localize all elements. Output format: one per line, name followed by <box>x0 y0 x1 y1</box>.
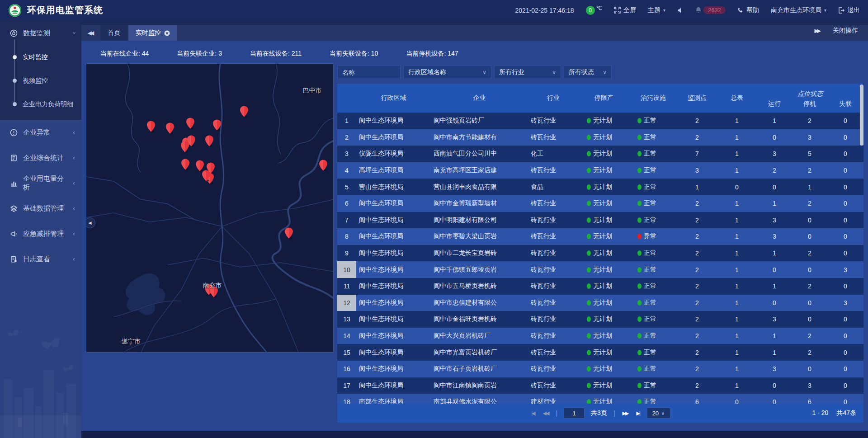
temperature-indicator: 0 ℃ <box>586 6 602 15</box>
cell-production-status: 无计划 <box>579 377 629 394</box>
cell-industry: 砖瓦行业 <box>528 228 579 245</box>
table-row[interactable]: 4高坪生态环境局南充市高坪区王家店建砖瓦行业无计划正常31220 <box>337 162 863 179</box>
tabs-scroll-left-button[interactable]: ◀◀ <box>81 25 100 41</box>
industry-filter-select[interactable]: 所有行业∨ <box>494 66 561 79</box>
logout-button[interactable]: 退出 <box>838 6 860 14</box>
cell-company: 阆中明阳建材有限公司 <box>431 212 528 229</box>
help-button[interactable]: 帮助 <box>737 6 759 14</box>
notifications-button[interactable]: 2632 <box>695 6 726 14</box>
sidebar-item-data-monitoring[interactable]: 数据监测 ‹ <box>0 20 81 46</box>
table-row[interactable]: 5营山生态环境局营山县润丰肉食品有限食品无计划正常10010 <box>337 179 863 195</box>
volume-button[interactable] <box>677 7 684 14</box>
cell-production-status: 无计划 <box>579 179 629 195</box>
fullscreen-button[interactable]: 全屏 <box>614 6 636 14</box>
close-icon[interactable] <box>164 30 170 36</box>
map-pin-icon[interactable] <box>181 159 190 170</box>
cell-lost: 0 <box>827 377 863 394</box>
cell-monitor-points: 2 <box>677 278 717 295</box>
tab-home[interactable]: 首页 <box>100 25 127 41</box>
sidebar-item-realtime-monitoring[interactable]: 实时监控 <box>0 46 81 69</box>
map-pin-icon[interactable] <box>202 170 211 182</box>
cell-production-status: 无计划 <box>579 328 629 344</box>
table-row[interactable]: 16阆中生态环境局阆中市石子页岩机砖厂砖瓦行业无计划正常21300 <box>337 361 863 377</box>
theme-dropdown[interactable]: 主题▾ <box>648 6 665 14</box>
sidebar-item-video-monitoring[interactable]: 视频监控 <box>0 69 81 93</box>
sidebar-item-enterprise-abnormal[interactable]: 企业异常 ‹ <box>0 120 81 145</box>
cell-industry: 砖瓦行业 <box>528 113 579 129</box>
sidebar-item-emergency-reduction[interactable]: 应急减排管理 ‹ <box>0 221 81 246</box>
gauge-drop-icon <box>10 29 18 37</box>
table-row[interactable]: 6阆中生态环境局阆中市金博瑞新型墙材砖瓦行业无计划正常21120 <box>337 195 863 212</box>
scrollbar-thumb[interactable] <box>860 85 863 146</box>
cell-stop: 0 <box>792 295 827 311</box>
table-scrollbar[interactable] <box>860 84 863 404</box>
tab-realtime-monitoring[interactable]: 实时监控 <box>128 25 177 41</box>
map-pin-icon[interactable] <box>212 119 222 131</box>
region-filter-select[interactable]: 行政区域名称∨ <box>403 66 491 79</box>
close-operations-button[interactable]: 关闭操作 <box>833 27 858 35</box>
map-pin-icon[interactable] <box>319 160 328 171</box>
table-row[interactable]: 17阆中生态环境局阆中市江南镇阆南页岩砖瓦行业无计划正常21030 <box>337 377 863 394</box>
first-page-button[interactable]: |◀ <box>530 410 535 416</box>
map-pin-icon[interactable] <box>240 106 249 118</box>
status-dot-icon <box>637 168 642 173</box>
table-row[interactable]: 8阆中生态环境局阆中市枣碧大梁山页岩砖瓦行业无计划异常21300 <box>337 228 863 245</box>
table-row[interactable]: 11阆中生态环境局阆中市五马桥页岩机砖砖瓦行业无计划正常21120 <box>337 278 863 295</box>
map-pin-icon[interactable] <box>165 122 175 134</box>
sidebar-item-enterprise-statistics[interactable]: 企业综合统计 ‹ <box>0 145 81 170</box>
map-pin-icon[interactable] <box>186 118 195 129</box>
chevron-down-icon: ∨ <box>552 69 556 75</box>
cell-index: 6 <box>337 195 356 212</box>
cell-run: 1 <box>757 328 792 344</box>
table-row[interactable]: 2阆中生态环境局阆中市南方节能建材有砖瓦行业无计划正常21030 <box>337 129 863 146</box>
table-row[interactable]: 13阆中生态环境局阆中市金福旺页岩机砖砖瓦行业无计划正常21300 <box>337 311 863 328</box>
map-pin-icon[interactable] <box>180 141 189 153</box>
table-row[interactable]: 15阆中生态环境局阆中市光富页岩机砖厂砖瓦行业无计划正常21120 <box>337 344 863 361</box>
table-row[interactable]: 10阆中生态环境局阆中千佛镇五郎垭页岩砖瓦行业无计划正常21003 <box>337 261 863 278</box>
cell-facility-status: 正常 <box>629 146 677 162</box>
cell-region: 南部生态环境局 <box>356 394 431 404</box>
map-panel[interactable]: 巴中市南充市遂宁市 ◀ <box>86 63 334 353</box>
cell-total-meter: 1 <box>717 377 757 394</box>
next-page-button[interactable]: ▶▶ <box>622 410 629 416</box>
tree-dot-icon <box>13 102 17 106</box>
sidebar-item-basic-data[interactable]: 基础数据管理 ‹ <box>0 196 81 221</box>
status-dot-icon <box>587 151 591 156</box>
sidebar-item-log-view[interactable]: 日志查看 ‹ <box>0 246 81 272</box>
map-pin-icon[interactable] <box>284 227 293 239</box>
name-filter-input[interactable] <box>337 66 401 79</box>
cell-facility-status: 正常 <box>629 129 677 146</box>
map-city-label: 南充市 <box>203 282 222 290</box>
cell-stop: 0 <box>792 361 827 377</box>
table-row[interactable]: 12阆中生态环境局阆中市忠信建材有限公砖瓦行业无计划正常21003 <box>337 295 863 311</box>
table-row[interactable]: 7阆中生态环境局阆中明阳建材有限公司砖瓦行业无计划正常21300 <box>337 212 863 229</box>
prev-page-button[interactable]: ◀◀ <box>542 410 550 416</box>
cell-region: 阆中生态环境局 <box>356 261 431 278</box>
map-pin-icon[interactable] <box>205 135 214 147</box>
col-industry: 行业 <box>528 84 579 113</box>
table-row[interactable]: 3仪陇生态环境局西南油气田分公司川中化工无计划正常71350 <box>337 146 863 162</box>
table-row[interactable]: 1阆中生态环境局阆中强锐页岩砖厂砖瓦行业无计划正常21120 <box>337 113 863 129</box>
cell-region: 仪陇生态环境局 <box>356 146 431 162</box>
map-pin-icon[interactable] <box>146 121 156 132</box>
sidebar-item-power-load-detail[interactable]: 企业电力负荷明细 <box>0 93 81 116</box>
cell-lost: 3 <box>827 295 863 311</box>
status-filter-select[interactable]: 所有状态∨ <box>564 66 612 79</box>
cell-facility-status: 正常 <box>629 195 677 212</box>
table-row[interactable]: 18南部生态环境局南部县双佛水泥有限公建材行业无计划正常60060 <box>337 394 863 404</box>
page-size-select[interactable]: 20∨ <box>647 408 670 419</box>
cell-index: 18 <box>337 394 356 404</box>
status-dot-icon <box>637 333 642 339</box>
status-dot-icon <box>637 151 642 156</box>
sidebar-item-power-analysis[interactable]: 企业用电量分析 ‹ <box>0 170 81 196</box>
org-dropdown[interactable]: 南充市生态环境局▾ <box>771 6 826 14</box>
status-dot-icon <box>587 283 591 289</box>
table-row[interactable]: 9阆中生态环境局阆中市二龙长宝页岩砖砖瓦行业无计划正常21120 <box>337 245 863 262</box>
cell-stop: 0 <box>792 228 827 245</box>
cell-lost: 3 <box>827 261 863 278</box>
cell-company: 阆中市南方节能建材有 <box>431 129 528 146</box>
table-row[interactable]: 14阆中生态环境局阆中大兴页岩机砖厂砖瓦行业无计划正常21120 <box>337 328 863 344</box>
tabs-scroll-right-button[interactable]: ▶▶ <box>815 28 821 34</box>
last-page-button[interactable]: ▶| <box>635 410 640 416</box>
page-number-input[interactable] <box>564 408 585 419</box>
